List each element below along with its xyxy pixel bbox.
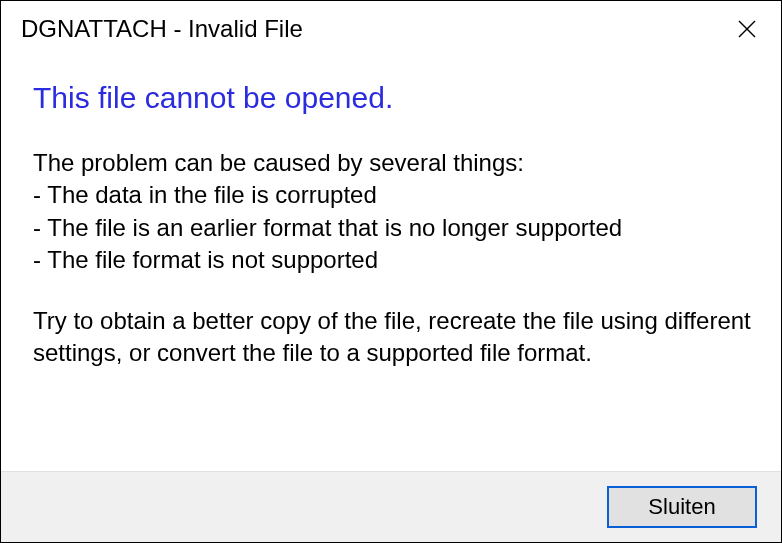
advice-line: Try to obtain a better copy of the file,… (33, 305, 753, 370)
intro-line: The problem can be caused by several thi… (33, 147, 753, 179)
bullet-line: - The file format is not supported (33, 244, 753, 276)
bullet-line: - The file is an earlier format that is … (33, 212, 753, 244)
button-bar: Sluiten (1, 471, 781, 542)
close-icon (738, 20, 756, 38)
close-button[interactable]: Sluiten (607, 486, 757, 528)
window-close-button[interactable] (727, 11, 767, 47)
error-heading: This file cannot be opened. (33, 81, 753, 115)
dialog-content: This file cannot be opened. The problem … (1, 53, 781, 471)
window-title: DGNATTACH - Invalid File (21, 15, 303, 43)
titlebar: DGNATTACH - Invalid File (1, 1, 781, 53)
dialog-window: DGNATTACH - Invalid File This file canno… (0, 0, 782, 543)
error-body: The problem can be caused by several thi… (33, 147, 753, 369)
bullet-line: - The data in the file is corrupted (33, 179, 753, 211)
